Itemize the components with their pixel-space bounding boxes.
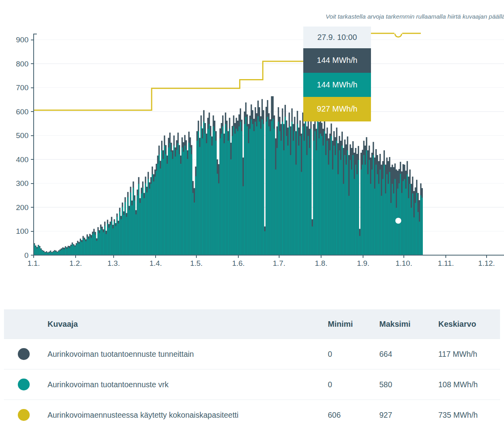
chart-tooltip: 27.9. 10:00 144 MWh/h 144 MWh/h 927 MWh/… bbox=[303, 27, 371, 121]
series-avg-value: 735 MWh/h bbox=[438, 400, 478, 428]
series-min-value: 606 bbox=[328, 400, 341, 428]
series-min-value: 0 bbox=[328, 339, 332, 369]
tooltip-value-daily: 144 MWh/h bbox=[303, 73, 371, 97]
solar-forecast-panel: Voit tarkastella arvoja tarkemmin rullaa… bbox=[0, 0, 504, 428]
x-axis-label: 1.2. bbox=[69, 259, 82, 267]
series-avg-value: 117 MWh/h bbox=[438, 339, 477, 369]
table-row-hourly-forecast: Aurinkovoiman tuotantoennuste tunneittai… bbox=[4, 339, 500, 369]
x-axis-label: 1.6. bbox=[232, 259, 245, 267]
y-axis-label: 0 bbox=[24, 251, 29, 259]
series-label: Aurinkovoimaennusteessa käytetty kokonai… bbox=[48, 400, 238, 428]
x-axis-label: 1.5. bbox=[190, 259, 203, 267]
x-axis-label: 1.9. bbox=[357, 259, 369, 267]
series-max-value: 927 bbox=[379, 400, 392, 428]
x-axis-label: 1.11. bbox=[438, 259, 454, 267]
capacity-line-gap bbox=[394, 30, 402, 34]
tooltip-timestamp: 27.9. 10:00 bbox=[303, 27, 371, 48]
series-label: Aurinkovoiman tuotantoennuste tunneittai… bbox=[48, 339, 194, 369]
x-axis-label: 1.10. bbox=[396, 259, 412, 267]
column-header-minimi: Minimi bbox=[328, 309, 353, 339]
daily-hover-dot-marker bbox=[396, 218, 401, 223]
x-axis-label: 1.3. bbox=[107, 259, 120, 267]
x-axis-label: 1.1. bbox=[27, 259, 40, 267]
series-min-value: 0 bbox=[328, 369, 332, 400]
y-axis-label: 800 bbox=[16, 60, 29, 68]
series-avg-value: 108 MWh/h bbox=[438, 369, 478, 400]
capacity-hover-ring-marker bbox=[395, 34, 402, 37]
series-color-dot-capacity bbox=[18, 409, 30, 421]
y-axis-label: 900 bbox=[16, 36, 29, 44]
y-axis-label: 500 bbox=[16, 131, 29, 140]
x-axis-label: 1.4. bbox=[149, 259, 162, 267]
y-axis-label: 400 bbox=[16, 155, 29, 164]
x-axis-label: 1.8. bbox=[315, 259, 327, 267]
y-axis-label: 200 bbox=[16, 203, 29, 212]
tooltip-value-capacity: 927 MWh/h bbox=[303, 97, 371, 121]
table-row-daily-forecast: Aurinkovoiman tuotantoennuste vrk 0 580 … bbox=[4, 369, 500, 400]
tooltip-value-hourly: 144 MWh/h bbox=[303, 48, 371, 73]
series-max-value: 664 bbox=[379, 339, 392, 369]
column-header-maksimi: Maksimi bbox=[379, 309, 411, 339]
y-axis-label: 100 bbox=[16, 227, 29, 235]
series-summary-table: Kuvaaja Minimi Maksimi Keskiarvo Aurinko… bbox=[4, 309, 500, 428]
x-axis-label: 1.7. bbox=[273, 259, 285, 267]
series-label: Aurinkovoiman tuotantoennuste vrk bbox=[48, 369, 169, 400]
series-color-dot-daily bbox=[18, 379, 30, 390]
column-header-kuvaaja: Kuvaaja bbox=[48, 309, 78, 339]
column-header-keskiarvo: Keskiarvo bbox=[438, 309, 476, 339]
y-axis-label: 700 bbox=[16, 83, 29, 92]
series-max-value: 580 bbox=[379, 369, 392, 400]
y-axis-label: 600 bbox=[16, 108, 29, 116]
series-color-dot-hourly bbox=[18, 348, 30, 360]
summary-table-header-row: Kuvaaja Minimi Maksimi Keskiarvo bbox=[4, 309, 500, 339]
solar-forecast-chart[interactable]: 01002003004005006007008009001.1.1.2.1.3.… bbox=[0, 0, 504, 277]
x-axis-label: 1.12. bbox=[478, 259, 495, 267]
table-row-total-capacity: Aurinkovoimaennusteessa käytetty kokonai… bbox=[4, 400, 500, 428]
y-axis-label: 300 bbox=[16, 179, 29, 187]
